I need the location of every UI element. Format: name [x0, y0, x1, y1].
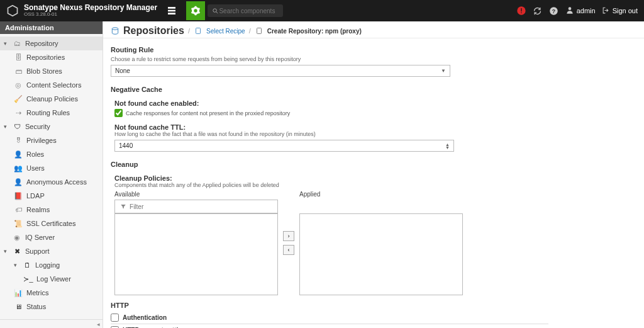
routing-rule-select[interactable]: None ▼: [111, 65, 450, 77]
svg-text:?: ?: [552, 8, 555, 14]
svg-rect-4: [521, 8, 521, 11]
sidebar-item-metrics[interactable]: 📊Metrics: [0, 286, 103, 300]
breadcrumb-select-recipe[interactable]: Select Recipe: [206, 28, 245, 35]
svg-marker-0: [8, 6, 18, 16]
sidebar-item-cleanup-policies[interactable]: 🧹Cleanup Policies: [0, 92, 103, 106]
nc-ttl-label: Not found cache TTL:: [114, 123, 548, 131]
signout-label: Sign out: [613, 7, 638, 14]
svg-rect-5: [521, 13, 521, 13]
nc-enabled-checkbox[interactable]: [114, 109, 123, 117]
sidebar: Administration ▾🗂Repository 🗄Repositorie…: [0, 21, 103, 328]
app-logo-icon: [4, 2, 21, 20]
alert-icon[interactable]: [516, 6, 526, 16]
browse-mode-button[interactable]: [162, 1, 181, 20]
move-left-button[interactable]: ‹: [283, 245, 294, 255]
search-box[interactable]: [208, 4, 283, 17]
svg-point-1: [213, 8, 217, 12]
applied-label: Applied: [299, 191, 463, 198]
sidebar-item-anonymous-access[interactable]: 👤Anonymous Access: [0, 175, 103, 189]
user-label: admin: [577, 7, 596, 14]
sidebar-item-realms[interactable]: 🏷Realms: [0, 203, 103, 217]
app-header: Sonatype Nexus Repository Manager OSS 3.…: [0, 0, 644, 21]
breadcrumb-current: Create Repository: npm (proxy): [267, 28, 362, 35]
chevron-down-icon: ▼: [441, 68, 446, 74]
negative-cache-heading: Negative Cache: [111, 86, 548, 93]
repo-icon: [111, 26, 119, 35]
search-icon: [211, 6, 219, 15]
svg-rect-11: [257, 28, 261, 34]
sidebar-item-logging[interactable]: ▾🗒Logging: [0, 258, 103, 272]
move-right-button[interactable]: ›: [283, 231, 294, 241]
sidebar-item-support[interactable]: ▾✖Support: [0, 244, 103, 258]
help-icon[interactable]: ?: [549, 6, 559, 16]
breadcrumb-title[interactable]: Repositories: [123, 25, 184, 37]
signout-icon: [602, 6, 610, 16]
http-auth-checkbox[interactable]: [111, 314, 119, 322]
filter-icon: [119, 202, 127, 211]
sidebar-item-routing-rules[interactable]: ⇢Routing Rules: [0, 106, 103, 120]
cleanup-policies-label: Cleanup Policies:: [114, 174, 548, 182]
routing-rule-selected: None: [115, 67, 130, 74]
svg-point-9: [112, 28, 118, 30]
cleanup-heading: Cleanup: [111, 161, 548, 168]
sidebar-item-iq-server[interactable]: ▾◉IQ Server: [0, 230, 103, 244]
admin-mode-button[interactable]: [186, 1, 205, 20]
http-auth-row[interactable]: Authentication: [111, 312, 548, 324]
svg-point-8: [568, 7, 571, 10]
available-label: Available: [114, 191, 278, 198]
nc-ttl-value: 1440: [119, 142, 133, 149]
title-block: Sonatype Nexus Repository Manager OSS 3.…: [24, 4, 157, 18]
recipe-icon-2: [255, 26, 264, 35]
sidebar-item-privileges[interactable]: 🎖Privileges: [0, 133, 103, 147]
sidebar-item-log-viewer[interactable]: ≻_Log Viewer: [0, 272, 103, 286]
nc-ttl-input[interactable]: 1440 ▲▼: [114, 140, 454, 152]
breadcrumb: Repositories / Select Recipe / Create Re…: [103, 21, 644, 38]
sidebar-item-ldap[interactable]: 📕LDAP: [0, 189, 103, 203]
sidebar-item-security[interactable]: ▾🛡Security: [0, 120, 103, 133]
sidebar-item-repositories[interactable]: 🗄Repositories: [0, 50, 103, 64]
app-version: OSS 3.28.0-01: [24, 12, 157, 18]
available-list[interactable]: [114, 213, 278, 295]
user-menu[interactable]: admin: [565, 6, 596, 16]
cleanup-policies-help: Components that match any of the Applied…: [114, 182, 548, 188]
refresh-icon[interactable]: [533, 6, 543, 16]
routing-rule-heading: Routing Rule: [111, 46, 548, 54]
nc-enabled-label: Not found cache enabled:: [114, 99, 548, 107]
routing-rule-help: Choose a rule to restrict some requests …: [111, 56, 548, 62]
http-auth-label: Authentication: [123, 314, 167, 321]
signout-button[interactable]: Sign out: [602, 6, 638, 16]
user-icon: [565, 6, 574, 16]
main-content: Repositories / Select Recipe / Create Re…: [103, 21, 644, 328]
sidebar-item-status[interactable]: 🖥Status: [0, 300, 103, 314]
http-req-row[interactable]: HTTP request settings: [111, 324, 548, 328]
nc-enabled-help: Cache responses for content not present …: [126, 110, 290, 116]
nc-ttl-help: How long to cache the fact that a file w…: [114, 131, 548, 137]
sidebar-tree: ▾🗂Repository 🗄Repositories 🗃Blob Stores …: [0, 34, 103, 319]
sidebar-item-blob-stores[interactable]: 🗃Blob Stores: [0, 64, 103, 78]
sidebar-item-roles[interactable]: 👤Roles: [0, 147, 103, 161]
sidebar-header: Administration: [0, 21, 103, 34]
sidebar-item-content-selectors[interactable]: ◎Content Selectors: [0, 78, 103, 92]
search-input[interactable]: [219, 8, 279, 14]
sidebar-item-ssl-certificates[interactable]: 📜SSL Certificates: [0, 217, 103, 230]
sidebar-item-users[interactable]: 👥Users: [0, 161, 103, 175]
sidebar-item-repository[interactable]: ▾🗂Repository: [0, 37, 103, 50]
available-filter-input[interactable]: [130, 203, 274, 210]
http-heading: HTTP: [111, 302, 548, 309]
number-spinner[interactable]: ▲▼: [445, 143, 450, 149]
recipe-icon: [194, 26, 203, 35]
sidebar-collapse-button[interactable]: ◂: [0, 319, 103, 328]
svg-rect-10: [196, 28, 200, 34]
applied-list[interactable]: [299, 213, 463, 295]
svg-line-2: [216, 11, 218, 13]
